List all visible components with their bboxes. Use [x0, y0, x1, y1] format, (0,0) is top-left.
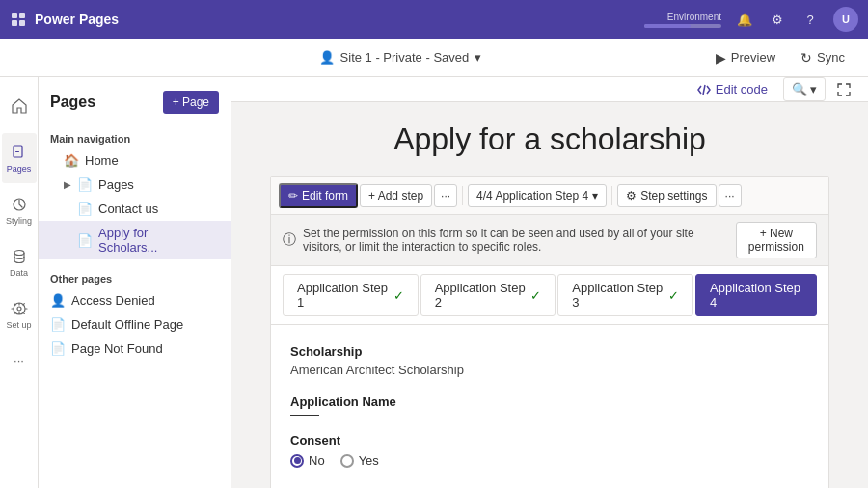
step-1-label: Application Step 1: [297, 281, 389, 310]
sidebar-item-styling[interactable]: Styling: [2, 185, 37, 235]
contact-nav-icon: 📄: [77, 202, 93, 216]
sync-icon: ↻: [800, 50, 812, 66]
expand-button[interactable]: [833, 79, 854, 100]
svg-rect-6: [15, 151, 19, 152]
notifications-icon[interactable]: 🔔: [735, 10, 754, 29]
step-settings-button[interactable]: ⚙ Step settings: [617, 184, 716, 207]
main-navigation-section: Main navigation 🏠 Home ▶ 📄 Pages 📄 Conta…: [39, 123, 231, 263]
page-canvas: Apply for a scholarship ✏ Edit form + Ad…: [231, 102, 868, 488]
preview-button[interactable]: ▶ Preview: [708, 46, 783, 69]
sidebar-item-home[interactable]: [2, 81, 37, 131]
content-area: Edit code 🔍 ▾ Apply for a scholarship ✏: [231, 77, 868, 488]
sidebar-more-icon[interactable]: ···: [2, 345, 37, 374]
edit-form-label: Edit form: [302, 189, 348, 203]
second-bar: 👤 Site 1 - Private - Saved ▾ ▶ Preview ↻…: [0, 39, 868, 77]
svg-line-10: [703, 85, 705, 95]
app-title: Power Pages: [35, 12, 119, 27]
edit-form-icon: ✏: [288, 189, 298, 203]
site-icon: 👤: [319, 50, 335, 65]
nav-item-home[interactable]: 🏠 Home: [39, 149, 231, 173]
permission-info-text: Set the permission on this form so it ca…: [303, 227, 736, 254]
step-1-check-icon: ✓: [393, 288, 404, 303]
edit-code-label: Edit code: [716, 82, 768, 96]
permission-bar: ⓘ Set the permission on this form so it …: [271, 215, 828, 266]
svg-point-8: [14, 250, 24, 255]
info-icon: ⓘ: [283, 231, 296, 249]
svg-point-9: [17, 307, 21, 311]
step-tab-3[interactable]: Application Step 3 ✓: [557, 274, 693, 316]
step-2-label: Application Step 2: [435, 281, 527, 310]
nav-access-denied-label: Access Denied: [71, 293, 155, 308]
sidebar-item-pages[interactable]: Pages: [2, 133, 37, 183]
second-bar-actions: ▶ Preview ↻ Sync: [708, 46, 853, 69]
preview-icon: ▶: [716, 50, 726, 66]
step-settings-more-button[interactable]: ···: [719, 184, 742, 207]
step-tab-4[interactable]: Application Step 4: [695, 274, 817, 316]
preview-label: Preview: [731, 50, 775, 65]
settings-icon[interactable]: ⚙: [768, 10, 787, 29]
add-step-label: + Add step: [368, 189, 423, 203]
sync-button[interactable]: ↻ Sync: [793, 46, 853, 69]
consent-radio-group: No Yes: [290, 453, 809, 468]
edit-code-button[interactable]: Edit code: [690, 78, 775, 100]
step-3-check-icon: ✓: [668, 288, 679, 303]
nav-item-apply-scholarship[interactable]: 📄 Apply for Scholars... ···: [39, 221, 231, 259]
new-permission-button[interactable]: + New permission: [736, 222, 817, 258]
step-settings-icon: ⚙: [626, 189, 637, 203]
nav-offline-label: Default Offline Page: [71, 317, 183, 332]
toolbar-divider-2: [611, 186, 612, 205]
add-step-button[interactable]: + Add step: [360, 184, 432, 207]
nav-item-pages[interactable]: ▶ 📄 Pages: [39, 173, 231, 197]
nav-scholarship-label: Apply for Scholars...: [98, 226, 204, 255]
step-tab-2[interactable]: Application Step 2 ✓: [420, 274, 556, 316]
nav-item-default-offline[interactable]: 📄 Default Offline Page: [39, 312, 231, 337]
sync-label: Sync: [817, 50, 845, 65]
nav-item-page-not-found[interactable]: 📄 Page Not Found: [39, 337, 231, 361]
sidebar-item-data[interactable]: Data: [2, 237, 37, 287]
toolbar-divider: [462, 186, 463, 205]
form-toolbar-more-button[interactable]: ···: [434, 184, 457, 207]
pages-chevron-icon: ▶: [64, 179, 71, 190]
not-found-icon: 📄: [50, 341, 66, 356]
edit-form-button[interactable]: ✏ Edit form: [279, 183, 358, 208]
zoom-chevron: ▾: [810, 82, 817, 96]
chevron-down-icon[interactable]: ▾: [475, 50, 481, 65]
zoom-button[interactable]: 🔍 ▾: [783, 77, 826, 101]
step-4-label: Application Step 4: [710, 281, 802, 310]
step-dropdown-chevron: ▾: [592, 189, 598, 203]
scholarship-nav-icon: 📄: [77, 233, 93, 248]
scholarship-value: American Architect Scholarship: [290, 363, 809, 377]
consent-yes-label: Yes: [359, 453, 379, 468]
sidebar-data-label: Data: [10, 268, 28, 278]
step-tab-1[interactable]: Application Step 1 ✓: [283, 274, 419, 316]
site-label: Site 1 - Private - Saved: [340, 50, 470, 65]
nav-item-contact-us[interactable]: 📄 Contact us: [39, 197, 231, 221]
app-name-label: Application Name: [290, 394, 809, 409]
svg-rect-5: [15, 149, 20, 149]
main-nav-title: Main navigation: [39, 127, 231, 149]
sidebar-setup-label: Set up: [6, 320, 31, 330]
zoom-icon: 🔍: [792, 82, 807, 96]
left-panel: Pages + Page Main navigation 🏠 Home ▶ 📄 …: [39, 77, 231, 488]
consent-yes-option[interactable]: Yes: [340, 453, 379, 468]
top-bar: Power Pages Environment 🔔 ⚙ ? U: [0, 0, 868, 39]
page-title: Apply for a scholarship: [393, 122, 706, 157]
nav-item-access-denied[interactable]: 👤 Access Denied: [39, 288, 231, 312]
step-2-check-icon: ✓: [530, 288, 541, 303]
consent-no-option[interactable]: No: [290, 453, 325, 468]
consent-no-radio[interactable]: [290, 454, 304, 468]
consent-yes-radio[interactable]: [340, 454, 354, 468]
svg-rect-0: [12, 13, 17, 18]
avatar[interactable]: U: [833, 7, 858, 32]
sidebar-item-setup[interactable]: Set up: [2, 289, 37, 339]
step-dropdown[interactable]: 4/4 Application Step 4 ▾: [468, 184, 607, 207]
nav-not-found-label: Page Not Found: [71, 341, 163, 356]
add-page-button[interactable]: + Page: [163, 91, 219, 114]
help-icon[interactable]: ?: [800, 10, 820, 29]
content-top-bar: Edit code 🔍 ▾: [231, 77, 868, 102]
svg-rect-2: [12, 20, 17, 26]
sidebar-icons: Pages Styling Data Set up ···: [0, 77, 39, 488]
nav-home-label: Home: [85, 153, 119, 168]
other-pages-title: Other pages: [39, 267, 231, 288]
app-icon: [10, 11, 27, 28]
